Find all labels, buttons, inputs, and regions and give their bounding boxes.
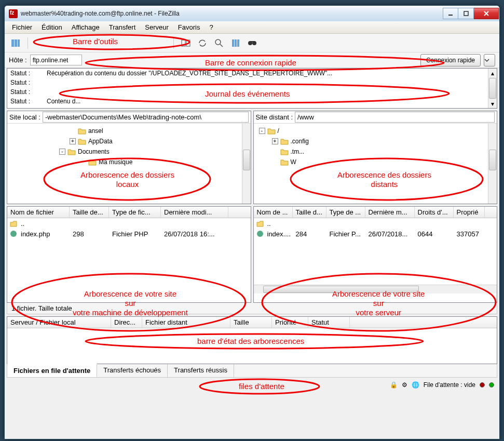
file-row[interactable]: index....284Fichier P...26/07/2018...064… <box>254 229 497 239</box>
column-header[interactable]: Type de ... <box>326 207 365 218</box>
folder-icon <box>78 127 86 135</box>
svg-point-9 <box>215 39 221 45</box>
menu-edit[interactable]: Édition <box>37 22 66 32</box>
scroll-thumb[interactable] <box>489 150 496 170</box>
remote-tree-panel: Site distant : -/+.config.tm...W <box>253 111 498 204</box>
column-header[interactable]: Serveur / Fichier local <box>7 317 111 328</box>
gear-icon: ⚙ <box>402 381 407 389</box>
svg-rect-6 <box>18 39 20 47</box>
minimize-button[interactable] <box>443 8 458 19</box>
file-row[interactable]: .. <box>254 218 497 229</box>
column-header[interactable]: Fichier distant <box>142 317 230 328</box>
menu-favorites[interactable]: Favoris <box>174 22 205 32</box>
scroll-up-icon[interactable]: ▴ <box>488 69 497 77</box>
folder-icon <box>67 148 76 155</box>
column-header[interactable]: Dernière m... <box>365 207 415 218</box>
local-path-input[interactable] <box>43 112 249 123</box>
cell: Fichier P... <box>326 230 365 238</box>
expand-icon[interactable]: - <box>59 149 65 155</box>
svg-line-10 <box>220 44 223 47</box>
tree-item[interactable]: +AppData <box>7 136 251 146</box>
find-icon[interactable] <box>246 36 259 50</box>
tree-label: AppData <box>88 138 113 145</box>
hscrollbar[interactable] <box>254 285 497 293</box>
file-row[interactable]: .. <box>7 218 251 229</box>
folder-icon <box>267 127 276 135</box>
remote-files[interactable]: ..index....284Fichier P...26/07/2018...0… <box>254 218 497 285</box>
scroll-thumb[interactable] <box>489 78 496 99</box>
log-scrollbar[interactable]: ▴ ▾ <box>488 69 497 108</box>
scroll-down-icon[interactable]: ▾ <box>488 99 497 108</box>
column-header[interactable]: Taille de... <box>70 207 109 218</box>
svg-rect-16 <box>250 41 255 42</box>
local-tree[interactable]: ansel+AppData-DocumentsMa musique <box>7 124 251 204</box>
expand-icon[interactable]: - <box>259 128 265 134</box>
svg-point-18 <box>257 231 263 237</box>
scroll-thumb[interactable] <box>263 286 419 293</box>
scroll-thumb[interactable] <box>243 150 250 170</box>
toolbar-separator <box>173 37 174 49</box>
tree-label: .tm... <box>291 148 305 155</box>
column-header[interactable]: Proprié <box>454 207 485 218</box>
column-header[interactable]: Dernière modi... <box>161 207 228 218</box>
sitemanager-icon[interactable] <box>9 36 22 50</box>
column-header[interactable]: Priorité <box>272 317 308 328</box>
local-path-label: Site local : <box>9 113 40 121</box>
tree-label: Documents <box>78 148 110 155</box>
titlebar[interactable]: webmaster%40trading-note.com@ftp.online.… <box>5 6 499 21</box>
column-header[interactable]: Droits d'... <box>415 207 454 218</box>
file-icon <box>256 219 264 228</box>
scrollbar[interactable] <box>242 124 251 204</box>
menu-help[interactable]: ? <box>205 22 217 32</box>
statusbar: 🔒 ⚙ 🌐 File d'attente : vide <box>7 379 497 391</box>
menu-server[interactable]: Serveur <box>141 22 173 32</box>
queue-status: File d'attente : vide <box>424 381 475 389</box>
tree-item[interactable]: -/ <box>254 126 497 136</box>
app-window: webmaster%40trading-note.com@ftp.online.… <box>4 5 500 439</box>
svg-rect-8 <box>186 40 190 46</box>
compare-icon[interactable] <box>179 36 193 50</box>
remote-path-input[interactable] <box>295 112 495 123</box>
tab-queued[interactable]: Fichiers en file d'attente <box>7 364 97 377</box>
queue-icon[interactable] <box>229 36 242 50</box>
quickconnect-button[interactable]: Connexion rapide <box>420 54 481 66</box>
svg-rect-11 <box>232 39 234 47</box>
menu-transfer[interactable]: Transfert <box>105 22 140 32</box>
close-button[interactable] <box>474 8 499 19</box>
tree-item[interactable]: Ma musique <box>7 157 251 167</box>
tree-item[interactable]: W <box>254 157 497 167</box>
column-header[interactable]: Taille <box>230 317 272 328</box>
maximize-button[interactable] <box>458 8 474 19</box>
tree-item[interactable]: ansel <box>7 126 251 136</box>
column-header[interactable]: Type de fic... <box>109 207 161 218</box>
tab-failed[interactable]: Transferts échoués <box>97 364 168 377</box>
expand-icon[interactable]: + <box>70 138 76 144</box>
host-input[interactable] <box>30 55 82 65</box>
sync-icon[interactable] <box>196 36 209 50</box>
queue-list[interactable] <box>7 328 497 364</box>
cell: .. <box>18 220 70 228</box>
column-header[interactable]: Nom de ... <box>254 207 293 218</box>
tree-item[interactable]: +.config <box>254 136 497 146</box>
file-icon <box>256 230 264 238</box>
tree-item[interactable]: -Documents <box>7 146 251 157</box>
tree-label: .config <box>291 138 309 145</box>
expand-icon[interactable]: + <box>272 138 278 144</box>
filter-icon[interactable] <box>212 36 226 50</box>
file-row[interactable]: index.php298Fichier PHP26/07/2018 16:... <box>7 229 251 239</box>
column-header[interactable]: Taille d... <box>293 207 326 218</box>
remote-tree[interactable]: -/+.config.tm...W <box>254 124 497 204</box>
menu-file[interactable]: Fichier <box>8 22 36 32</box>
scrollbar[interactable] <box>488 124 497 204</box>
quickconnect-dropdown[interactable] <box>484 54 495 66</box>
menu-view[interactable]: Affichage <box>67 22 104 32</box>
local-files[interactable]: ..index.php298Fichier PHP26/07/2018 16:.… <box>7 218 251 285</box>
tab-success[interactable]: Transferts réussis <box>168 364 234 377</box>
log-msg: Récupération du contenu du dossier "/UPL… <box>47 69 332 78</box>
column-header[interactable]: Direc... <box>111 317 142 328</box>
column-header[interactable]: Nom de fichier <box>7 207 70 218</box>
tree-item[interactable]: .tm... <box>254 146 497 157</box>
tree-label: Ma musique <box>99 158 132 166</box>
tree-label: ansel <box>88 127 103 135</box>
column-header[interactable]: Statut <box>308 317 350 328</box>
